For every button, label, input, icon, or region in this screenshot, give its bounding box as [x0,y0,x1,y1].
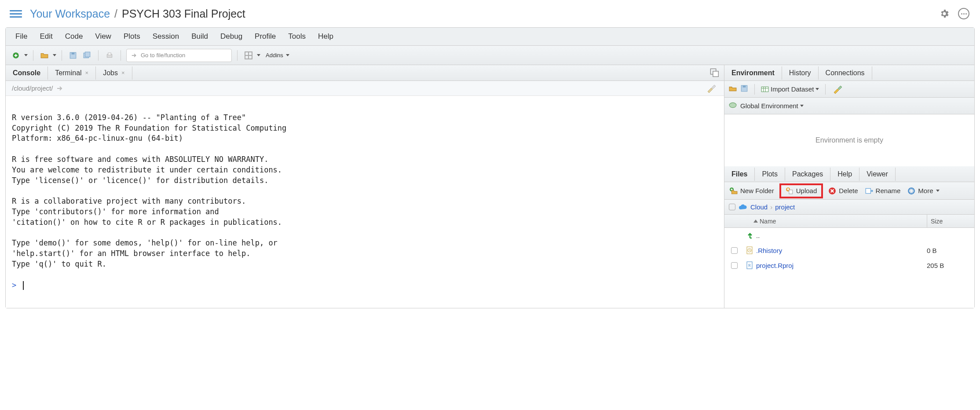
tab-terminal[interactable]: Terminal× [48,66,96,80]
env-empty-label: Environment is empty [724,114,974,166]
delete-button[interactable]: Delete [826,186,859,196]
crumb-cloud[interactable]: Cloud [750,203,768,211]
menu-build[interactable]: Build [191,32,208,41]
env-toolbar: Import Dataset [724,81,974,98]
tab-connections[interactable]: Connections [819,66,872,80]
clear-env-icon[interactable] [832,84,844,95]
tab-help[interactable]: Help [830,168,859,181]
svg-rect-4 [85,52,90,57]
file-size: 0 B [927,247,974,254]
svg-rect-15 [789,190,793,194]
new-file-icon[interactable] [10,50,22,61]
file-list-header: Name Size [724,215,974,228]
console-prompt: > [12,281,16,289]
files-tabs: Files Plots Packages Help Viewer [724,166,974,182]
select-all-checkbox[interactable] [729,204,735,210]
pane-layout-icon[interactable] [243,50,254,61]
hamburger-icon[interactable] [10,10,22,18]
svg-rect-8 [713,71,718,76]
r-logo-icon [729,101,737,110]
tab-environment[interactable]: Environment [724,66,782,80]
console-output[interactable]: R version 3.6.0 (2019-04-26) -- "Plantin… [6,96,724,308]
menu-tools[interactable]: Tools [288,32,306,41]
files-toolbar: New Folder Upload Delete Rename [724,182,974,200]
file-row[interactable]: .Rhistory 0 B [724,243,974,258]
svg-point-12 [729,102,736,107]
gear-icon[interactable] [938,7,951,20]
file-checkbox[interactable] [731,262,738,269]
rename-button[interactable]: Rename [863,186,903,196]
new-file-caret[interactable] [24,54,28,56]
col-size[interactable]: Size [927,215,974,227]
clear-console-icon[interactable] [706,83,718,94]
chevron-icon: › [770,203,772,211]
upload-highlight: Upload [779,183,823,198]
tab-jobs[interactable]: Jobs× [96,66,132,80]
tab-plots-panel[interactable]: Plots [755,168,785,181]
load-workspace-icon[interactable] [729,84,737,94]
workspace-link[interactable]: Your Workspace [30,7,110,20]
rstudio-shell: File Edit Code View Plots Session Build … [5,27,975,308]
folder-up-icon [746,232,753,239]
print-icon[interactable] [104,50,115,61]
tab-packages[interactable]: Packages [785,168,830,181]
more-button[interactable]: More [906,186,941,196]
menu-profile[interactable]: Profile [255,32,276,41]
menu-view[interactable]: View [95,32,111,41]
file-row-up[interactable]: .. [724,228,974,243]
file-checkbox[interactable] [731,247,738,254]
file-size: 205 B [927,262,974,269]
goto-placeholder: Go to file/function [141,52,185,59]
open-file-caret[interactable] [53,54,56,56]
tab-console[interactable]: Console [6,66,48,80]
cursor [23,281,24,290]
upload-button[interactable]: Upload [784,186,819,196]
tab-files[interactable]: Files [724,168,755,181]
files-breadcrumb: Cloud › project [724,200,974,215]
menu-code[interactable]: Code [65,32,83,41]
svg-rect-10 [743,85,746,88]
svg-rect-2 [72,52,75,55]
console-path-row: /cloud/project/ [6,81,724,96]
menubar: File Edit Code View Plots Session Build … [6,28,974,46]
env-scope-toolbar: Global Environment [724,98,974,114]
right-column: Environment History Connections Import D… [724,65,974,308]
menu-help[interactable]: Help [318,32,333,41]
col-name[interactable]: Name [744,218,927,225]
more-menu-icon[interactable] [957,7,970,20]
tab-viewer[interactable]: Viewer [859,168,896,181]
menu-session[interactable]: Session [153,32,179,41]
file-name: project.Rproj [756,262,927,269]
menu-plots[interactable]: Plots [124,32,140,41]
tab-history[interactable]: History [782,66,819,80]
close-icon[interactable]: × [121,70,125,76]
rhistory-file-icon [744,246,756,254]
addins-menu[interactable]: Addins [263,52,292,59]
cloud-header: Your Workspace / PSYCH 303 Final Project [0,0,980,27]
crumb-project[interactable]: project [775,203,795,211]
save-icon[interactable] [67,50,79,61]
maximize-icon[interactable] [710,68,720,78]
save-workspace-icon[interactable] [740,84,748,94]
save-all-icon[interactable] [81,50,93,61]
file-row[interactable]: R project.Rproj 205 B [724,258,974,273]
path-arrow-icon[interactable] [56,85,63,92]
menu-file[interactable]: File [15,32,27,41]
new-folder-button[interactable]: New Folder [728,186,776,196]
left-column: Console Terminal× Jobs× /cloud/project/ … [6,65,724,308]
console-path: /cloud/project/ [12,84,53,92]
close-icon[interactable]: × [85,70,89,76]
goto-file-input[interactable]: Go to file/function [126,49,232,62]
svg-rect-17 [866,188,870,193]
menu-debug[interactable]: Debug [220,32,242,41]
pane-caret[interactable] [257,54,260,56]
file-name: .Rhistory [756,247,927,254]
open-file-icon[interactable] [39,50,50,61]
console-tabs: Console Terminal× Jobs× [6,65,724,81]
import-dataset-button[interactable]: Import Dataset [761,85,819,93]
env-scope-selector[interactable]: Global Environment [740,102,804,110]
cloud-icon [738,204,748,211]
env-tabs: Environment History Connections [724,65,974,81]
menu-edit[interactable]: Edit [40,32,52,41]
rproj-file-icon: R [744,261,756,269]
